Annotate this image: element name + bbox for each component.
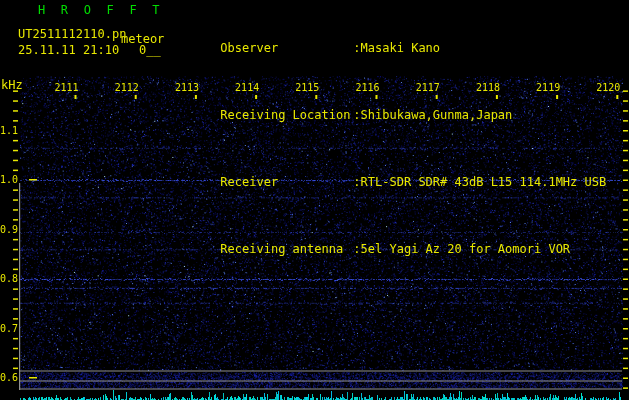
echo-counter: 0__ bbox=[139, 43, 161, 57]
x-tick-label: 2115 bbox=[295, 82, 319, 93]
station-metadata: Observer:Masaki Kano Receiving Location:… bbox=[177, 2, 606, 297]
x-tick-label: 2114 bbox=[235, 82, 259, 93]
y-tick-label: 0.8 bbox=[0, 273, 18, 284]
x-tick-label: 2116 bbox=[356, 82, 380, 93]
receiver-value: :RTL-SDR SDR# 43dB L15 114.1MHz USB bbox=[353, 175, 606, 189]
y-tick-label: 0.9 bbox=[0, 224, 18, 235]
receiving-antenna-value: :5el Yagi Az 20 for Aomori VOR bbox=[353, 242, 570, 256]
capture-filename: UT2511112110.pn bbox=[18, 27, 126, 41]
receiving-antenna-label: Receiving antenna bbox=[220, 243, 353, 256]
receiving-location-value: :Shibukawa,Gunma,Japan bbox=[353, 108, 512, 122]
observer-value: :Masaki Kano bbox=[353, 41, 440, 55]
x-tick-label: 2113 bbox=[175, 82, 199, 93]
metadata-row: Receiver:RTL-SDR SDR# 43dB L15 114.1MHz … bbox=[177, 163, 606, 203]
x-tick-label: 2118 bbox=[476, 82, 500, 93]
metadata-row: Receiving Location:Shibukawa,Gunma,Japan bbox=[177, 96, 606, 136]
receiving-location-label: Receiving Location bbox=[220, 109, 353, 122]
metadata-row: Observer:Masaki Kano bbox=[177, 29, 606, 69]
x-tick-label: 2117 bbox=[416, 82, 440, 93]
x-tick-label: 2112 bbox=[115, 82, 139, 93]
y-axis-unit: kHz bbox=[1, 78, 23, 92]
y-tick-label: 0.7 bbox=[0, 323, 18, 334]
datetime-label: 25.11.11 21:10 bbox=[18, 43, 119, 57]
x-tick-label: 2119 bbox=[536, 82, 560, 93]
observer-label: Observer bbox=[220, 42, 353, 55]
y-tick-label: 1.0 bbox=[0, 174, 18, 185]
y-tick-label: 1.1 bbox=[0, 125, 18, 136]
metadata-row: Receiving antenna:5el Yagi Az 20 for Aom… bbox=[177, 230, 606, 270]
hrofft-screen: H R O F F T UT2511112110.pn meteor 25.11… bbox=[0, 0, 629, 400]
app-title: H R O F F T bbox=[38, 3, 164, 17]
x-tick-label: 2120 bbox=[596, 82, 620, 93]
receiver-label: Receiver bbox=[220, 176, 353, 189]
x-tick-label: 2111 bbox=[55, 82, 79, 93]
y-tick-label: 0.6 bbox=[0, 372, 18, 383]
